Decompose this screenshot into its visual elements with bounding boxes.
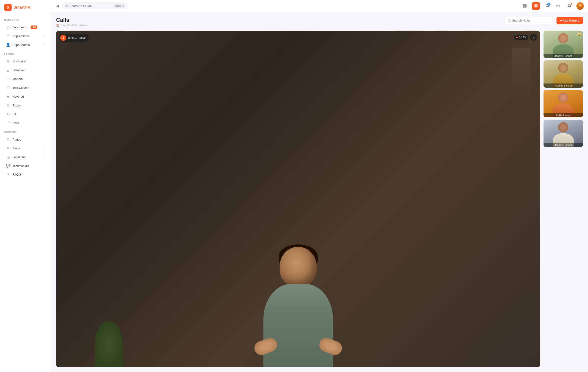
participant-bell[interactable]: 🔔 (577, 32, 581, 37)
breadcrumb-sep-1: / (61, 24, 62, 27)
main-video-background: J John L. Hoover 10:15 ⤢ (56, 31, 540, 367)
sidebar-item-modern[interactable]: ⊞ Modern (2, 75, 49, 83)
search-notes[interactable] (505, 17, 554, 24)
pages-icon: ◻ (6, 137, 10, 142)
grid-icon (534, 4, 538, 8)
participant-name-3: Kallie Amaro (544, 113, 583, 117)
blogs-icon: ✏ (6, 146, 10, 150)
locations-icon: ◎ (6, 155, 10, 159)
pp-head-1 (558, 33, 568, 43)
sidebar-item-label: Testimonials (12, 164, 29, 168)
search-notes-input[interactable] (512, 19, 551, 22)
shortcut-badge: CTRL+/ (114, 4, 125, 8)
sidebar-item-super-admin[interactable]: 👤 Super Admin ▾ (2, 41, 49, 49)
breadcrumb-home[interactable]: 🏠 (56, 24, 60, 27)
participant-card: 🔔 Joanne Conner (544, 31, 583, 58)
page-content: Calls 🏠 / Application / Notes + Add Peop… (51, 12, 588, 372)
svg-rect-10 (556, 5, 559, 7)
sidebar-item-label: FAQ'S (12, 173, 21, 176)
svg-rect-8 (534, 6, 536, 7)
logo[interactable]: S SmartHR (0, 0, 51, 15)
sidebar-item-rtl[interactable]: ⇆ RTL (2, 110, 49, 118)
timer-value: 10:15 (519, 36, 526, 39)
participant-card: Joanne Conner (544, 120, 583, 147)
participant-card: Kallie Amaro (544, 90, 583, 117)
sidebar-item-testimonials[interactable]: 💬 Testimonials (2, 162, 49, 170)
sidebar-item-dark[interactable]: ☽ Dark (2, 119, 49, 127)
sidebar-item-hovered[interactable]: ◈ Hovered (2, 92, 49, 101)
participant-name-4: Joanne Conner (544, 143, 583, 147)
sidebar-item-locations[interactable]: ◎ Locations ▾ (2, 153, 49, 161)
add-people-button[interactable]: + Add People (556, 17, 583, 24)
breadcrumb-application[interactable]: Application (63, 24, 77, 27)
sidebar-item-label: Hovered (12, 95, 24, 98)
collapse-button[interactable]: ◀ (55, 3, 60, 9)
faqs-icon: ? (6, 173, 10, 176)
sidebar-item-label: Horizontal (12, 60, 26, 63)
sidebar-item-detached[interactable]: △ Detached (2, 66, 49, 74)
svg-point-12 (579, 4, 581, 7)
hrms-search-input[interactable] (70, 4, 112, 8)
sidebar-item-boxed[interactable]: ⊡ Boxed (2, 101, 49, 109)
pp-head-4 (558, 122, 568, 132)
sidebar-item-applications[interactable]: ☰ Applications ▾ (2, 32, 49, 40)
sidebar: S SmartHR MAIN MENU ⊞ Dashboard Hot ▾ ☰ … (0, 0, 51, 372)
hot-badge: Hot (31, 25, 37, 29)
breadcrumb-current: Notes (80, 24, 87, 27)
breadcrumb: 🏠 / Application / Notes (56, 24, 88, 27)
topbar: ◀ CTRL+/ 3 (51, 0, 588, 12)
svg-rect-7 (536, 4, 537, 6)
sidebar-item-horizontal[interactable]: ⊟ Horizontal (2, 57, 49, 66)
sidebar-item-label: Blogs (12, 147, 20, 150)
fullscreen-button[interactable] (521, 2, 529, 10)
sidebar-item-pages[interactable]: ◻ Pages (2, 135, 49, 143)
chat-button[interactable]: 3 (543, 2, 551, 10)
chevron-down-icon: ▾ (43, 147, 45, 150)
breadcrumb-sep-2: / (78, 24, 79, 27)
logo-icon: S (4, 4, 11, 11)
participant-name-2: Thomas Benson (544, 84, 583, 88)
bell-icon (568, 4, 571, 8)
search-notes-icon (508, 19, 511, 22)
sidebar-item-faqs[interactable]: ? FAQ'S (2, 170, 49, 179)
sidebar-item-two-column[interactable]: ⊡ Two Column (2, 84, 49, 92)
dashboard-icon: ⊞ (6, 25, 10, 29)
svg-rect-6 (534, 4, 536, 6)
caller-tag: J John L. Hoover (59, 34, 89, 42)
topbar-search[interactable]: CTRL+/ (63, 2, 127, 9)
sidebar-item-dashboard[interactable]: ⊞ Dashboard Hot ▾ (2, 23, 49, 31)
timer-dot (516, 37, 518, 38)
content-label: CONTENT (0, 127, 51, 135)
main-menu-label: MAIN MENU (0, 15, 51, 23)
pp-head-2 (558, 63, 568, 73)
two-column-icon: ⊡ (6, 86, 10, 90)
svg-line-15 (510, 21, 511, 22)
sidebar-item-label: Two Column (12, 86, 29, 89)
page-header: Calls 🏠 / Application / Notes + Add Peop… (56, 17, 583, 27)
bell-button[interactable] (565, 2, 573, 10)
mail-button[interactable] (554, 2, 562, 10)
user-avatar[interactable] (577, 2, 584, 10)
svg-line-1 (67, 7, 68, 7)
main-person-figure (250, 247, 347, 367)
video-controls: 10:15 ⤢ (514, 34, 537, 41)
svg-rect-5 (525, 6, 526, 7)
svg-rect-9 (536, 6, 537, 7)
apps-grid-button[interactable] (532, 2, 540, 10)
search-icon (65, 4, 68, 7)
notification-dot (570, 3, 572, 5)
caller-avatar: J (60, 35, 66, 41)
logo-text: SmartHR (13, 5, 30, 10)
mail-icon (556, 4, 560, 8)
call-timer: 10:15 (514, 35, 528, 40)
layout-label: LAYOUT (0, 49, 51, 57)
fullscreen-icon (523, 4, 527, 8)
expand-button[interactable]: ⤢ (530, 34, 537, 41)
sidebar-item-label: Detached (12, 68, 25, 72)
participant-name-1: Joanne Conner (544, 54, 583, 58)
chevron-down-icon: ▾ (43, 26, 45, 29)
sidebar-item-label: Modern (12, 77, 23, 81)
rtl-icon: ⇆ (6, 112, 10, 116)
svg-rect-4 (523, 6, 524, 7)
sidebar-item-blogs[interactable]: ✏ Blogs ▾ (2, 144, 49, 152)
